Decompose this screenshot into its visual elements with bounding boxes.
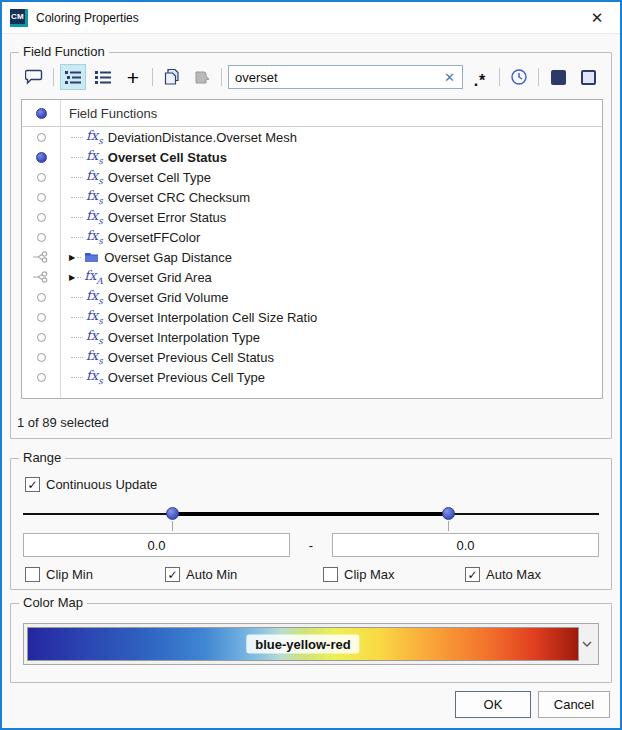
field-function-icon: fxs [86,209,103,226]
field-function-label: Overset CRC Checksum [108,190,250,205]
field-function-label: Overset Interpolation Cell Size Ratio [108,310,318,325]
cancel-button[interactable]: Cancel [538,691,610,718]
field-function-icon: fxs [86,169,103,186]
range-slider [23,506,599,522]
toolbar-separator [152,68,153,86]
radio-unselected-icon[interactable] [37,233,46,242]
checkbox-label: Clip Max [344,567,395,582]
search-field: ✕ [228,65,463,89]
ok-button[interactable]: OK [455,691,531,718]
flat-list-icon[interactable] [90,64,116,90]
clip-min-checkbox[interactable]: ✓ [25,567,40,582]
clip-max-checkbox[interactable]: ✓ [323,567,338,582]
range-separator: - [290,538,332,553]
table-row[interactable]: fxsOverset Interpolation Type [22,327,602,347]
tree-line [71,177,83,178]
field-function-toolbar: + ✕ .* [21,63,601,91]
copy-icon[interactable] [159,64,185,90]
tree-line [71,297,83,298]
table-row[interactable]: fxsOverset Previous Cell Status [22,347,602,367]
table-row[interactable]: fxsOverset Grid Volume [22,287,602,307]
table-row[interactable]: ▶Overset Gap Distance [22,247,602,267]
table-row[interactable]: fxsOversetFFColor [22,227,602,247]
radio-selected-icon[interactable] [36,152,47,163]
radio-unselected-icon[interactable] [37,313,46,322]
field-function-icon: fxs [86,369,103,386]
radio-unselected-icon[interactable] [37,133,46,142]
plus-icon[interactable]: + [120,64,146,90]
app-logo-icon: CM [10,9,28,27]
toolbar-separator [221,68,222,86]
search-input[interactable] [235,67,441,87]
slider-min-handle[interactable] [166,507,179,520]
close-icon[interactable]: ✕ [582,5,612,31]
radio-unselected-icon[interactable] [37,353,46,362]
field-function-icon: fxs [86,329,103,346]
table-row[interactable]: fxsOverset CRC Checksum [22,187,602,207]
table-row[interactable]: ▶fxAOverset Grid Area [22,267,602,287]
header-radio-icon [36,108,47,119]
field-function-icon: fxs [86,289,103,306]
range-inputs-row: - [23,533,599,557]
toolbar-separator [53,68,54,86]
table-row[interactable]: fxsDeviationDistance.Overset Mesh [22,127,602,147]
field-function-label: Overset Cell Type [108,170,211,185]
range-min-input[interactable] [23,533,290,557]
radio-unselected-icon[interactable] [37,373,46,382]
radio-unselected-icon[interactable] [37,293,46,302]
tree-line [71,157,83,158]
expand-arrow-icon[interactable]: ▶ [69,273,75,282]
continuous-update-label: Continuous Update [46,477,157,492]
continuous-update-row: ✓ Continuous Update [25,477,157,492]
tree-line [71,137,83,138]
slider-max-handle[interactable] [442,507,455,520]
field-function-label: Overset Grid Area [108,270,212,285]
continuous-update-checkbox[interactable]: ✓ [25,477,40,492]
table-row[interactable]: fxsOverset Cell Status [22,147,602,167]
field-function-label: Overset Previous Cell Status [108,350,274,365]
field-function-icon: fxs [86,189,103,206]
radio-unselected-icon[interactable] [37,193,46,202]
field-function-label: OversetFFColor [108,230,200,245]
tree-list-icon[interactable] [60,64,86,90]
range-option: ✓Auto Min [165,567,323,582]
field-function-icon: fxs [86,149,103,166]
tree-line [71,377,83,378]
table-row[interactable]: fxsOverset Interpolation Cell Size Ratio [22,307,602,327]
history-clock-icon[interactable] [506,64,532,90]
selection-status: 1 of 89 selected [17,415,109,430]
branch-icon [33,271,50,283]
tree-line [71,317,83,318]
coloring-properties-dialog: CM Coloring Properties ✕ Field Function … [0,0,622,730]
radio-unselected-icon[interactable] [37,213,46,222]
comment-icon[interactable] [21,64,47,90]
field-function-icon: fxs [86,129,103,146]
range-group: Range ✓ Continuous Update - ✓Clip Min✓Au… [10,458,612,590]
field-function-label: Overset Error Status [108,210,226,225]
color-map-gradient: blue-yellow-red [27,627,579,661]
field-function-label: Overset Grid Volume [108,290,229,305]
table-row[interactable]: fxsOverset Error Status [22,207,602,227]
radio-unselected-icon[interactable] [37,173,46,182]
paste-icon [189,64,215,90]
checkbox-label: Auto Max [486,567,541,582]
field-function-label: Overset Interpolation Type [108,330,260,345]
outline-square-icon[interactable] [575,64,601,90]
range-max-input[interactable] [332,533,599,557]
radio-unselected-icon[interactable] [37,333,46,342]
chevron-down-icon[interactable] [579,627,595,661]
table-row[interactable]: fxsOverset Cell Type [22,167,602,187]
tree-line [71,197,83,198]
regex-icon[interactable]: .* [467,64,493,90]
table-row[interactable]: fxsOverset Previous Cell Type [22,367,602,387]
auto-min-checkbox[interactable]: ✓ [165,567,180,582]
field-functions-table: Field Functions fxsDeviationDistance.Ove… [21,99,603,399]
field-function-group: Field Function + ✕ [10,52,612,439]
table-header-row: Field Functions [22,100,602,127]
filled-square-icon[interactable] [545,64,571,90]
auto-max-checkbox[interactable]: ✓ [465,567,480,582]
search-clear-icon[interactable]: ✕ [441,70,458,85]
window-title: Coloring Properties [36,11,139,25]
expand-arrow-icon[interactable]: ▶ [69,253,75,262]
color-map-dropdown[interactable]: blue-yellow-red [23,623,599,665]
